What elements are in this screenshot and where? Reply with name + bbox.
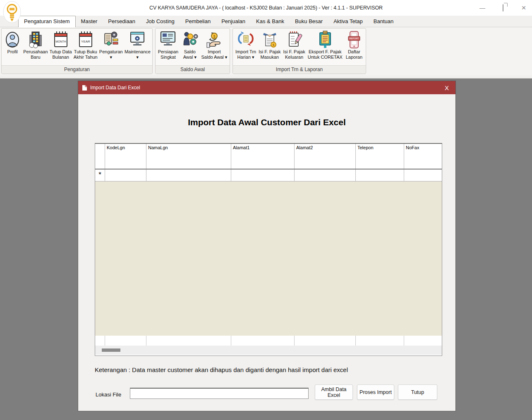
ribbon-label: Import Trn <box>235 49 256 54</box>
dialog-close-button[interactable]: X <box>445 84 449 91</box>
lokasi-file-input[interactable] <box>130 388 309 399</box>
column-header-nofax[interactable]: NoFax <box>404 144 442 169</box>
eksport-pajak-clipboard-icon: TAX <box>316 30 334 49</box>
window-titlebar: CV KARYA SAMUDERA JAYA - ( localhost - K… <box>0 0 532 16</box>
ribbon-label: Harian ▾ <box>237 55 254 60</box>
grid-cell[interactable] <box>231 169 295 181</box>
ribbon-label: Persiapan <box>158 49 179 54</box>
ribbon-label: Tutup Buku <box>74 49 97 54</box>
column-header-kodelgn[interactable]: KodeLgn <box>105 144 146 169</box>
grid-cell <box>404 336 442 346</box>
grid-cell <box>231 336 295 346</box>
tab-aktiva-tetap[interactable]: Aktiva Tetap <box>328 16 368 27</box>
ribbon-button-tutup-data-bulanan[interactable]: MONTH Tutup DataBulanan <box>49 29 73 60</box>
maintenance-monitor-icon <box>128 30 146 49</box>
ribbon-button-isi-f-pajak-masukan[interactable]: $ Isi F. PajakMasukan <box>258 29 281 60</box>
svg-text:$: $ <box>213 34 215 38</box>
ribbon-label: Baru <box>31 55 40 60</box>
horizontal-scrollbar[interactable] <box>95 346 442 355</box>
close-button[interactable]: × <box>520 3 528 12</box>
tab-master[interactable]: Master <box>76 16 103 27</box>
column-header-alamat1[interactable]: Alamat1 <box>231 144 295 169</box>
grid-header-row: KodeLgn NamaLgn Alamat1 Alamat2 Telepon … <box>95 144 442 169</box>
grid-cell <box>146 336 231 346</box>
app-logo-lightbulb-icon[interactable] <box>2 0 22 24</box>
column-header-alamat2[interactable]: Alamat2 <box>295 144 356 169</box>
tab-kas-bank[interactable]: Kas & Bank <box>251 16 290 27</box>
ribbon-group-label-import-trn-laporan: Import Trn & Laporan <box>233 65 366 74</box>
grid-empty-area <box>95 181 442 336</box>
ribbon-label: Eksport F. Pajak <box>309 49 341 54</box>
ribbon-button-eksport-f-pajak-coretax[interactable]: TAX Eksport F. PajakUntuk CORETAX <box>307 29 343 60</box>
ribbon-button-profil[interactable]: Profil <box>2 29 22 55</box>
ribbon-button-maintenance[interactable]: Maintenance▾ <box>124 29 151 60</box>
ambil-data-excel-button[interactable]: Ambil Data Excel <box>315 384 353 400</box>
tab-bantuan[interactable]: Bantuan <box>368 16 399 27</box>
pajak-keluaran-notepad-pencil-icon <box>285 30 303 49</box>
import-trn-harian-sync-icon <box>237 30 255 49</box>
tab-persediaan[interactable]: Persediaan <box>103 16 141 27</box>
ribbon: Profil <box>0 27 532 75</box>
tab-pembelian[interactable]: Pembelian <box>180 16 216 27</box>
ribbon-label: Saldo <box>184 49 196 54</box>
customer-import-grid: KodeLgn NamaLgn Alamat1 Alamat2 Telepon … <box>95 143 442 356</box>
proses-import-button[interactable]: Proses Import <box>357 384 394 400</box>
minimize-button[interactable]: — <box>478 5 486 11</box>
grid-corner-cell[interactable] <box>95 144 105 169</box>
ribbon-button-daftar-laporan[interactable]: REPORT DaftarLaporan <box>344 29 364 60</box>
ribbon-label: Maintenance <box>125 49 151 54</box>
dialog-title: Import Data Dari Excel <box>90 85 140 91</box>
ribbon-label: Untuk CORETAX <box>308 55 343 60</box>
scrollbar-thumb[interactable] <box>102 348 120 352</box>
ribbon-label: Awal ▾ <box>183 55 197 60</box>
grid-cell[interactable] <box>404 169 442 181</box>
column-header-telepon[interactable]: Telepon <box>356 144 404 169</box>
ribbon-group-pengaturan: Profil <box>1 28 153 74</box>
ribbon-label: Perusahaan <box>23 49 48 54</box>
svg-text:$: $ <box>273 43 275 47</box>
ribbon-button-pengaturan[interactable]: Pengaturan▾ <box>98 29 124 60</box>
dialog-heading: Import Data Awal Customer Dari Excel <box>78 117 455 127</box>
grid-cell[interactable] <box>105 169 146 181</box>
grid-cell[interactable] <box>356 169 404 181</box>
lokasi-file-label: Lokasi File <box>96 391 121 398</box>
ribbon-button-perusahaan-baru[interactable]: PerusahaanBaru <box>22 29 48 60</box>
ribbon-label: Import <box>208 49 220 54</box>
application-window: CV KARYA SAMUDERA JAYA - ( localhost - K… <box>0 0 532 420</box>
ribbon-label: Akhir Tahun <box>74 55 98 60</box>
dropdown-caret-icon: ▾ <box>110 55 113 60</box>
ribbon-group-import-trn-laporan: Import TrnHarian ▾ $ Isi F. PajakMasukan <box>232 28 366 74</box>
ribbon-label: Pengaturan <box>99 49 123 54</box>
ribbon-group-saldo-awal: PersiapanSingkat SaldoAwal ▾ <box>155 28 230 74</box>
maximize-icon <box>503 4 503 12</box>
ribbon-button-tutup-buku-akhir-tahun[interactable]: YEAR Tutup BukuAkhir Tahun <box>73 29 98 60</box>
ribbon-label: Profil <box>7 49 18 54</box>
grid-cell[interactable] <box>295 169 356 181</box>
ribbon-label: Daftar <box>348 49 360 54</box>
daftar-laporan-phone-report-icon: REPORT <box>345 30 363 49</box>
grid-bottom-row <box>95 336 442 346</box>
column-header-namalgn[interactable]: NamaLgn <box>146 144 231 169</box>
tab-pengaturan-sistem[interactable]: Pengaturan Sistem <box>18 16 76 27</box>
ribbon-button-saldo-awal[interactable]: SaldoAwal ▾ <box>180 29 200 60</box>
ribbon-label: Bulanan <box>53 55 69 60</box>
maximize-button[interactable] <box>499 5 507 11</box>
ribbon-button-persiapan-singkat[interactable]: PersiapanSingkat <box>157 29 180 60</box>
tutup-button[interactable]: Tutup <box>398 384 437 400</box>
calendar-year-icon: YEAR <box>77 30 95 49</box>
tab-penjualan[interactable]: Penjualan <box>216 16 251 27</box>
ribbon-button-isi-f-pajak-keluaran[interactable]: Isi F. PajakKeluaran <box>282 29 306 60</box>
ribbon-button-import-saldo-awal[interactable]: $ ImportSaldo Awal ▾ <box>201 29 228 60</box>
ribbon-button-import-trn-harian[interactable]: Import TrnHarian ▾ <box>235 29 257 60</box>
svg-text:YEAR: YEAR <box>81 40 90 43</box>
settings-gear-document-icon <box>102 30 120 49</box>
ribbon-label: Laporan <box>346 55 362 60</box>
dialog-titlebar[interactable]: Import Data Dari Excel X <box>78 81 455 94</box>
tab-job-costing[interactable]: Job Costing <box>141 16 180 27</box>
ribbon-bottom-strip <box>0 75 532 79</box>
tab-buku-besar[interactable]: Buku Besar <box>290 16 328 27</box>
grid-cell <box>356 336 404 346</box>
ribbon-label: Saldo Awal ▾ <box>201 55 228 60</box>
grid-cell[interactable] <box>146 169 231 181</box>
grid-new-row: * <box>95 169 442 181</box>
